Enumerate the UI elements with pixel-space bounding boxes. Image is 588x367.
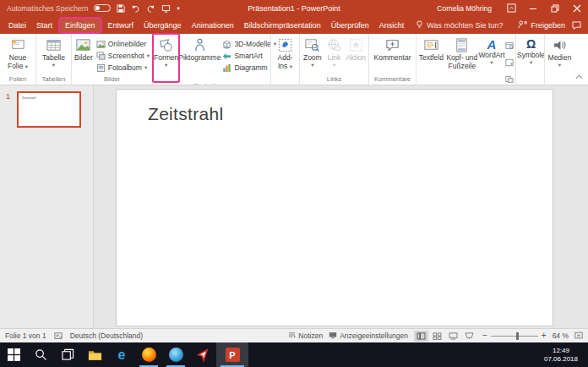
quick-access-toolbar: Automatisches Speichern ▾ [0,4,180,13]
language-indicator[interactable]: Deutsch (Deutschland) [70,331,143,340]
photo-album-button[interactable]: Fotoalbum ▾ [95,62,151,74]
undo-icon[interactable] [131,4,140,13]
edge-icon[interactable]: e [108,342,135,367]
group-label-symbole [516,74,544,85]
chevron-down-icon: ▾ [290,63,292,69]
start-slideshow-icon[interactable] [161,4,171,13]
smartart-button[interactable]: SmartArt [220,50,278,62]
tab-ueberpruefen[interactable]: Überprüfen [326,19,374,32]
group-label-bilder: Bilder [72,74,152,85]
shapes-button[interactable]: Formen ▾ [154,35,178,81]
zoom-out-icon[interactable]: − [482,332,487,339]
share-button[interactable]: Freigeben [518,20,565,30]
group-label-illustrationen: Illustrationen [153,81,270,85]
tab-einfuegen[interactable]: Einfügen [60,19,101,32]
slide-counter[interactable]: Folie 1 von 1 [5,331,46,340]
pictures-button[interactable]: Bilder [73,35,95,74]
symbols-button[interactable]: Ω Symbole ▾ [517,35,545,74]
customize-qat-icon[interactable]: ▾ [177,6,179,11]
slide-title-text[interactable]: Zeitstrahl [148,104,223,124]
firefox-icon[interactable] [135,342,162,367]
group-label-medien [545,74,574,85]
ribbon-group-links: Zoom ▾ Link ▾ Aktion Links [299,34,368,85]
zoom-track[interactable] [491,336,538,337]
status-bar: Folie 1 von 1 Deutsch (Deutschland) Noti… [0,328,588,342]
display-settings-button[interactable]: Anzeigeeinstellungen [329,331,408,341]
tab-uebergaenge[interactable]: Übergänge [139,19,187,32]
autosave-toggle[interactable] [94,4,111,12]
textbox-button[interactable]: Textfeld [417,35,445,87]
tab-ansicht[interactable]: Ansicht [374,19,410,32]
tell-me-label: Was möchten Sie tun? [427,21,503,30]
media-button[interactable]: Medien ▾ [546,35,574,74]
new-slide-button[interactable]: Neue Folie ▾ [1,35,35,74]
chevron-down-icon: ▾ [165,63,167,68]
slide-thumbnail-panel[interactable]: 1 Zeitstrahl [0,85,94,328]
save-icon[interactable] [117,4,125,13]
tab-entwurf[interactable]: Entwurf [103,19,139,32]
header-footer-label-2: Fußzeile [449,63,476,71]
spellcheck-icon[interactable] [54,332,63,340]
online-pictures-button[interactable]: Onlinebilder [95,38,151,50]
minimize-button[interactable] [522,0,544,16]
user-account-name[interactable]: Cornelia Möhring [437,4,492,13]
ribbon: Neue Folie ▾ Folien Tabelle ▾ Tabellen [0,34,588,85]
screenshot-button[interactable]: Screenshot ▾ [95,50,151,62]
table-button[interactable]: Tabelle ▾ [37,35,70,74]
notes-label: Notizen [298,331,323,340]
date-time-icon[interactable] [505,38,514,53]
zoom-in-icon[interactable]: + [542,332,547,339]
new-comment-icon [384,37,400,53]
comment-button[interactable]: Kommentar [370,35,415,74]
zoom-slider[interactable]: − + [482,332,547,339]
slideshow-view-button[interactable] [462,331,476,342]
omega-icon: Ω [526,37,536,52]
addins-button[interactable]: Add- Ins ▾ [272,35,298,74]
notes-button[interactable]: Notizen [288,331,323,340]
chart-button[interactable]: Diagramm [220,62,278,74]
taskbar-search-icon[interactable] [27,342,54,367]
tab-bildschirmpraesentation[interactable]: Bildschirmpräsentation [239,19,326,32]
chevron-down-icon: ▾ [311,63,313,68]
header-footer-button[interactable]: Kopf- und Fußzeile [445,35,479,87]
bilder-small-buttons: Onlinebilder Screenshot ▾ Fotoalbum ▾ [95,35,151,74]
slide-thumbnail[interactable]: Zeitstrahl [17,91,81,128]
thunderbird-icon[interactable] [162,342,189,367]
restore-button[interactable] [544,0,566,16]
tab-animationen[interactable]: Animationen [187,19,239,32]
start-button[interactable] [0,342,27,367]
comments-icon[interactable] [572,18,581,33]
zoom-button[interactable]: Zoom ▾ [301,35,324,74]
close-button[interactable] [566,0,588,16]
zoom-handle[interactable] [516,332,519,340]
powerpoint-taskbar-icon[interactable]: P [216,342,248,367]
table-icon [46,37,62,53]
wordart-button[interactable]: A WordArt ▾ [479,35,504,87]
slide-editor-area[interactable]: Zeitstrahl [94,85,588,328]
reading-view-button[interactable] [446,331,460,342]
taskbar-clock[interactable]: 12:49 07.06.2018 [544,342,588,367]
slide-number-icon[interactable] [505,55,514,70]
3d-models-button[interactable]: 3D-Modelle ▾ [220,38,278,50]
pictograms-button[interactable]: Piktogramme [178,35,220,81]
ribbon-display-options-icon[interactable] [500,0,522,16]
task-view-icon[interactable] [54,342,81,367]
slide-canvas[interactable]: Zeitstrahl [116,89,553,326]
pictures-label: Bilder [74,54,93,63]
chevron-down-icon: ▾ [490,60,493,65]
slide-sorter-view-button[interactable] [430,331,444,342]
fit-slide-icon[interactable] [574,331,583,341]
media-icon [552,37,568,53]
zoom-percentage[interactable]: 64 % [553,331,569,340]
ribbon-group-medien: Medien ▾ [544,34,574,85]
normal-view-button[interactable] [414,331,428,342]
red-app-icon[interactable] [189,342,216,367]
tab-datei[interactable]: Datei [3,19,31,32]
addins-label-2: Ins [278,62,287,70]
redo-icon[interactable] [146,4,155,13]
collapse-ribbon-icon[interactable] [575,68,583,83]
file-explorer-icon[interactable] [81,342,108,367]
zoom-icon [304,37,320,53]
tab-start[interactable]: Start [31,19,57,32]
tell-me-search[interactable]: Was möchten Sie tun? [416,20,503,30]
